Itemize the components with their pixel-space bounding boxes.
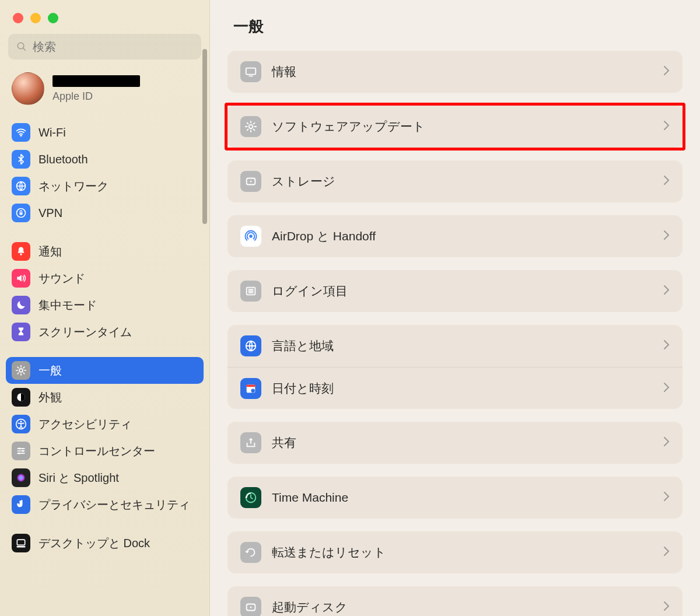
sidebar-item-siri[interactable]: Siri と Spotlight bbox=[6, 464, 204, 491]
settings-groups: 情報ソフトウェアアップデートストレージAirDrop と Handoffログイン… bbox=[210, 51, 700, 616]
sidebar-item-label: アクセシビリティ bbox=[38, 416, 132, 432]
sidebar-item-bluetooth[interactable]: Bluetooth bbox=[6, 146, 204, 173]
display-icon bbox=[240, 61, 261, 82]
chevron-right-icon bbox=[663, 546, 670, 559]
settings-row-tm[interactable]: Time Machine bbox=[228, 477, 682, 519]
sidebar-item-notif[interactable]: 通知 bbox=[6, 238, 204, 265]
chevron-right-icon bbox=[663, 230, 670, 243]
vpn-icon bbox=[12, 204, 30, 222]
settings-row-airdrop[interactable]: AirDrop と Handoff bbox=[228, 215, 682, 257]
reset-icon bbox=[240, 542, 261, 563]
sidebar-item-label: Wi-Fi bbox=[38, 126, 66, 139]
chevron-right-icon bbox=[663, 601, 670, 614]
list-icon bbox=[240, 281, 261, 302]
sidebar-item-control[interactable]: コントロールセンター bbox=[6, 438, 204, 464]
settings-row-login[interactable]: ログイン項目 bbox=[228, 270, 682, 312]
settings-group: Time Machine bbox=[228, 477, 682, 519]
gear-icon bbox=[12, 361, 30, 380]
sidebar-item-wifi[interactable]: Wi-Fi bbox=[6, 119, 204, 146]
settings-row-reset[interactable]: 転送またはリセット bbox=[228, 531, 682, 573]
hand-icon bbox=[12, 495, 30, 514]
highlight-box: ソフトウェアアップデート bbox=[225, 103, 685, 150]
share-icon bbox=[240, 432, 261, 453]
settings-group: 転送またはリセット bbox=[228, 531, 682, 573]
svg-point-17 bbox=[249, 125, 253, 128]
search-field[interactable] bbox=[8, 34, 201, 60]
row-label: 情報 bbox=[272, 64, 652, 80]
row-label: 日付と時刻 bbox=[272, 380, 652, 397]
calendar-icon bbox=[240, 378, 261, 399]
svg-rect-15 bbox=[17, 546, 26, 548]
sidebar-item-label: ネットワーク bbox=[38, 178, 108, 194]
bluetooth-icon bbox=[12, 150, 30, 169]
sidebar-scrollbar[interactable] bbox=[202, 49, 207, 224]
sidebar-item-vpn[interactable]: VPN bbox=[6, 200, 204, 226]
svg-point-10 bbox=[19, 447, 20, 449]
page-title: 一般 bbox=[210, 16, 700, 51]
chevron-right-icon bbox=[663, 382, 670, 395]
sidebar-item-label: スクリーンタイム bbox=[38, 324, 132, 340]
close-window-button[interactable] bbox=[13, 13, 23, 23]
svg-rect-4 bbox=[20, 212, 23, 215]
siri-icon bbox=[12, 468, 30, 487]
sidebar-item-label: 外観 bbox=[38, 390, 62, 405]
settings-group: ストレージ bbox=[228, 160, 682, 202]
svg-point-11 bbox=[22, 450, 24, 452]
sidebar: Apple ID Wi-FiBluetoothネットワークVPN通知サウンド集中… bbox=[0, 0, 210, 616]
svg-line-1 bbox=[23, 48, 26, 51]
row-label: ログイン項目 bbox=[272, 283, 652, 299]
sidebar-list: Wi-FiBluetoothネットワークVPN通知サウンド集中モードスクリーンタ… bbox=[0, 117, 209, 559]
sidebar-item-a11y[interactable]: アクセシビリティ bbox=[6, 411, 204, 438]
sidebar-item-focus[interactable]: 集中モード bbox=[6, 292, 204, 318]
sidebar-item-sound[interactable]: サウンド bbox=[6, 265, 204, 292]
fullscreen-window-button[interactable] bbox=[48, 13, 58, 23]
avatar bbox=[12, 72, 44, 105]
sidebar-item-label: デスクトップと Dock bbox=[38, 536, 150, 551]
apple-id-row[interactable]: Apple ID bbox=[0, 70, 209, 117]
chevron-right-icon bbox=[663, 285, 670, 298]
svg-point-19 bbox=[250, 181, 252, 183]
row-label: 起動ディスク bbox=[272, 599, 652, 615]
sidebar-item-label: VPN bbox=[38, 206, 62, 220]
sidebar-item-label: 通知 bbox=[38, 244, 62, 260]
svg-point-13 bbox=[17, 474, 26, 482]
row-label: ストレージ bbox=[272, 173, 652, 190]
settings-group: 起動ディスク bbox=[228, 586, 682, 616]
chevron-right-icon bbox=[663, 491, 670, 504]
settings-row-date[interactable]: 日付と時刻 bbox=[228, 367, 682, 409]
chevron-right-icon bbox=[663, 175, 670, 188]
chevron-right-icon bbox=[663, 436, 670, 449]
svg-point-25 bbox=[251, 388, 254, 392]
sidebar-item-appearance[interactable]: 外観 bbox=[6, 384, 204, 411]
settings-group: 共有 bbox=[228, 422, 682, 464]
svg-point-0 bbox=[18, 43, 24, 49]
settings-row-about[interactable]: 情報 bbox=[228, 51, 682, 93]
sidebar-item-privacy[interactable]: プライバシーとセキュリティ bbox=[6, 491, 204, 518]
row-label: 言語と地域 bbox=[272, 338, 652, 354]
settings-group: AirDrop と Handoff bbox=[228, 215, 682, 257]
gear-icon bbox=[240, 116, 261, 137]
svg-point-6 bbox=[19, 369, 23, 372]
profile-subtitle: Apple ID bbox=[52, 90, 140, 103]
row-label: 共有 bbox=[272, 435, 652, 451]
sidebar-item-label: コントロールセンター bbox=[38, 443, 155, 459]
settings-group: ログイン項目 bbox=[228, 270, 682, 312]
sidebar-item-label: 集中モード bbox=[38, 298, 97, 313]
minimize-window-button[interactable] bbox=[30, 13, 41, 23]
chevron-right-icon bbox=[663, 65, 670, 78]
settings-group: 情報 bbox=[228, 51, 682, 93]
sidebar-item-label: Bluetooth bbox=[38, 153, 88, 166]
settings-row-swupdate[interactable]: ソフトウェアアップデート bbox=[228, 106, 682, 148]
sidebar-item-screen[interactable]: スクリーンタイム bbox=[6, 318, 204, 345]
svg-rect-14 bbox=[17, 540, 24, 545]
sidebar-item-network[interactable]: ネットワーク bbox=[6, 173, 204, 200]
settings-row-startup[interactable]: 起動ディスク bbox=[228, 586, 682, 616]
settings-group: ソフトウェアアップデート bbox=[228, 106, 682, 148]
settings-row-lang[interactable]: 言語と地域 bbox=[228, 325, 682, 367]
search-input[interactable] bbox=[33, 40, 193, 54]
settings-row-share[interactable]: 共有 bbox=[228, 422, 682, 464]
settings-row-storage[interactable]: ストレージ bbox=[228, 160, 682, 202]
sidebar-item-desktop[interactable]: デスクトップと Dock bbox=[6, 530, 204, 556]
svg-point-28 bbox=[250, 607, 252, 608]
sidebar-item-general[interactable]: 一般 bbox=[6, 357, 204, 384]
